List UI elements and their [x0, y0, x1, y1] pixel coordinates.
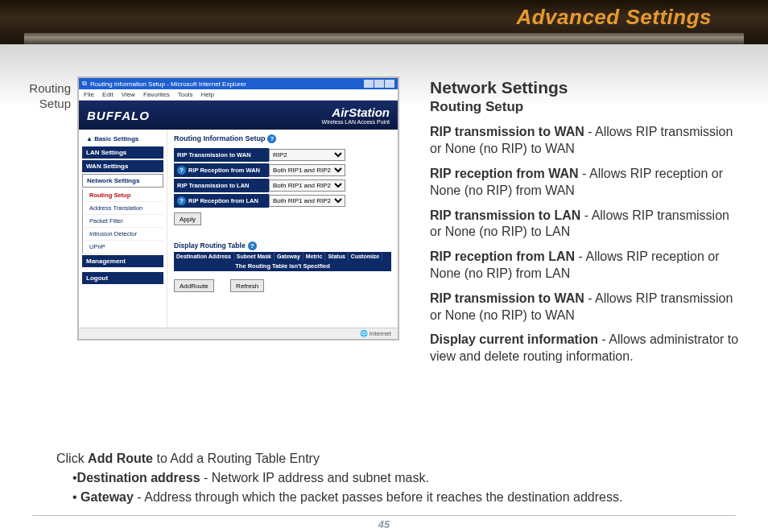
sidebar-sub-packet[interactable]: Packet Filter	[82, 215, 163, 228]
help-icon[interactable]: ?	[177, 166, 186, 175]
brand-logo: BUFFALO	[87, 109, 150, 122]
sidebar-item-wan[interactable]: WAN Settings	[82, 160, 163, 172]
window-buttons[interactable]	[364, 80, 394, 88]
sidebar-basic[interactable]: ▲ Basic Settings	[82, 133, 163, 145]
select-rip-tx-wan[interactable]: RIP2	[269, 149, 345, 161]
header-subband	[24, 33, 744, 44]
sidebar-item-network[interactable]: Network Settings	[82, 174, 163, 188]
section-subheading: Routing Setup	[430, 98, 744, 116]
screenshot-body: ▲ Basic Settings LAN Settings WAN Settin…	[79, 130, 398, 328]
sidebar-item-management[interactable]: Management	[82, 255, 163, 267]
menu-help[interactable]: Help	[200, 91, 213, 98]
sidebar-sub-address[interactable]: Address Translation	[82, 202, 163, 215]
globe-icon: 🌐	[360, 330, 368, 337]
page-header-title: Advanced Settings	[24, 5, 744, 30]
section-heading: Network Settings	[430, 76, 744, 98]
screenshot-caption: Routing Setup	[16, 76, 71, 373]
select-rip-tx-lan[interactable]: Both RIP1 and RIP2	[269, 179, 345, 192]
row-rip-rx-wan: ?RIP Reception from WANBoth RIP1 and RIP…	[174, 163, 391, 177]
routing-table-buttons: AddRoute Refresh	[174, 276, 391, 292]
window-icon: ⧉	[82, 80, 87, 88]
para-rip-tx-wan2: RIP transmission to WAN - Allows RIP tra…	[430, 291, 744, 324]
bullet-gateway: • Gateway - Address through which the pa…	[72, 488, 744, 507]
para-display-info: Display current information - Allows adm…	[430, 332, 744, 365]
footer-divider	[32, 515, 736, 516]
browser-menubar[interactable]: File Edit View Favorites Tools Help	[79, 89, 398, 101]
menu-tools[interactable]: Tools	[178, 91, 193, 98]
panel-title: Routing Information Setup?	[174, 134, 391, 143]
sidebar-sub-upnp[interactable]: UPnP	[82, 241, 163, 254]
header-band: Advanced Settings	[0, 0, 768, 44]
add-route-button[interactable]: AddRoute	[174, 279, 214, 292]
sidebar: ▲ Basic Settings LAN Settings WAN Settin…	[79, 130, 167, 328]
select-rip-rx-lan[interactable]: Both RIP1 and RIP2	[269, 195, 345, 207]
help-icon[interactable]: ?	[267, 134, 276, 143]
display-routing-table-label: Display Routing Table?	[174, 241, 391, 250]
row-rip-tx-lan: RIP Transmission to LANBoth RIP1 and RIP…	[174, 179, 391, 192]
right-column: Network Settings Routing Setup RIP trans…	[430, 76, 744, 373]
para-rip-tx-lan: RIP transmission to LAN - Allows RIP tra…	[430, 208, 744, 241]
para-rip-tx-wan: RIP transmission to WAN - Allows RIP tra…	[430, 124, 744, 158]
menu-view[interactable]: View	[122, 91, 135, 98]
window-title: Routing Information Setup - Microsoft In…	[90, 80, 246, 88]
brand-subtitle: Wireless LAN Access Point	[322, 119, 390, 125]
refresh-button[interactable]: Refresh	[230, 279, 264, 292]
status-bar: 🌐 Internet	[79, 328, 398, 339]
routing-table-header: Destination Address Subnet Mask Gateway …	[174, 252, 391, 261]
sidebar-sub-intrusion[interactable]: Intrusion Detector	[82, 228, 163, 241]
left-column: Routing Setup ⧉ Routing Information Setu…	[16, 76, 419, 373]
row-rip-rx-lan: ?RIP Reception from LANBoth RIP1 and RIP…	[174, 194, 391, 208]
para-rip-rx-wan: RIP reception from WAN - Allows RIP rece…	[430, 166, 744, 200]
help-icon[interactable]: ?	[248, 241, 257, 250]
routing-table-empty: The Routing Table isn't Specified	[174, 261, 391, 271]
menu-favorites[interactable]: Favorites	[143, 91, 170, 98]
main-panel: Routing Information Setup? RIP Transmiss…	[167, 130, 398, 328]
help-icon[interactable]: ?	[177, 196, 186, 205]
select-rip-rx-wan[interactable]: Both RIP1 and RIP2	[269, 164, 345, 176]
embedded-screenshot: ⧉ Routing Information Setup - Microsoft …	[77, 76, 399, 340]
brand-product: AirStation	[332, 105, 390, 119]
bottom-text: Click Add Route to Add a Routing Table E…	[56, 449, 744, 507]
page-number: 45	[0, 518, 768, 530]
content-area: Routing Setup ⧉ Routing Information Setu…	[0, 44, 768, 373]
brand-right: AirStation Wireless LAN Access Point	[322, 105, 390, 125]
brand-bar: BUFFALO AirStation Wireless LAN Access P…	[79, 101, 398, 130]
window-titlebar: ⧉ Routing Information Setup - Microsoft …	[79, 78, 398, 89]
menu-edit[interactable]: Edit	[102, 91, 114, 98]
sidebar-sub-routing[interactable]: Routing Setup	[82, 189, 163, 202]
sidebar-item-logout[interactable]: Logout	[82, 272, 163, 284]
apply-button[interactable]: Apply	[174, 212, 201, 225]
para-rip-rx-lan: RIP reception from LAN - Allows RIP rece…	[430, 249, 744, 282]
row-rip-tx-wan: RIP Transmission to WANRIP2	[174, 148, 391, 162]
bottom-line1: Click Add Route to Add a Routing Table E…	[56, 449, 744, 468]
bullet-destination: •Destination address - Network IP addres…	[72, 468, 744, 488]
sidebar-item-lan[interactable]: LAN Settings	[82, 146, 163, 159]
menu-file[interactable]: File	[84, 91, 94, 98]
